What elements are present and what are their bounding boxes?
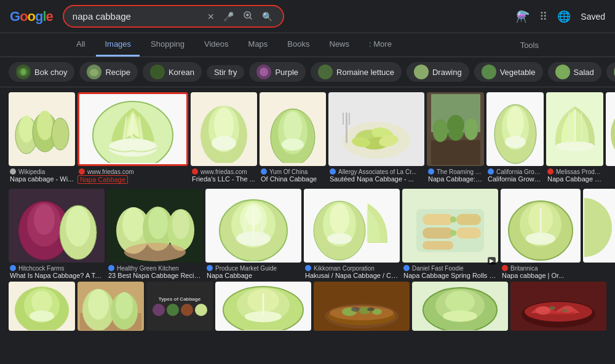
chip-bok-choy[interactable]: Bok choy [9, 62, 74, 82]
tools-button[interactable]: Tools [512, 34, 547, 56]
grid-item-britannica[interactable]: Britannica Napa cabbage | Or... [501, 189, 581, 279]
svg-point-83 [31, 291, 52, 313]
grid-item-r3-6[interactable] [510, 282, 606, 333]
chip-stir-fry[interactable]: Stir fry [207, 65, 245, 79]
source-dot [488, 168, 494, 175]
chip-salad[interactable]: Salad [548, 62, 601, 82]
voice-search-button[interactable]: 🎤 [221, 12, 236, 22]
source-line: www.friedas.com [77, 166, 188, 175]
tab-books[interactable]: Books [279, 33, 318, 57]
search-input[interactable]: napa cabbage [73, 11, 200, 22]
source-text: The Roaming Root Cellar [435, 167, 483, 175]
chip-salad-label: Salad [574, 68, 594, 77]
svg-point-4 [90, 69, 98, 76]
source-dot [10, 265, 16, 271]
clear-search-button[interactable]: ✕ [205, 12, 216, 22]
account-icon[interactable]: 🌐 [557, 10, 571, 23]
svg-point-84 [30, 311, 54, 322]
grid-item-kikkoman[interactable]: Kikkoman Corporation Hakusai / Napa Cabb… [304, 189, 400, 279]
apps-icon[interactable]: ⠿ [539, 10, 547, 23]
source-line: Britannica [501, 263, 581, 272]
svg-point-53 [122, 207, 145, 242]
source-text: Hitchcock Farms [17, 264, 65, 272]
svg-rect-29 [346, 113, 347, 125]
svg-point-10 [52, 118, 69, 150]
chip-drawing[interactable]: Drawing [407, 62, 469, 82]
tab-news[interactable]: News [321, 33, 359, 57]
source-text: Britannica [509, 264, 539, 272]
grid-item-melissas[interactable]: Melissas Produce Napa Cabbage — Melissa.… [546, 92, 603, 183]
source-text: Kikkoman Corporation [312, 264, 376, 272]
search-button[interactable]: 🔍 [260, 12, 274, 22]
grid-item-daniel-fast[interactable]: ▶ Daniel Fast Foodie Napa Cabbage Spring… [402, 189, 498, 279]
tab-shopping[interactable]: Shopping [142, 33, 193, 57]
source-line: Kikkoman Corporation [304, 263, 400, 272]
google-logo[interactable]: Google [10, 9, 53, 25]
saved-button[interactable]: Saved [581, 12, 605, 22]
chip-vegetable[interactable]: Vegetable [474, 62, 543, 82]
grid-item-partial-1[interactable] [606, 92, 615, 168]
source-line [510, 331, 606, 333]
tab-more[interactable]: : More [360, 33, 400, 57]
grid-item-allergy[interactable]: Allergy Associates of La Cr... Sautéed N… [328, 92, 424, 183]
grid-item-healthy-green[interactable]: Healthy Green Kitchen 23 Best Napa Cabba… [107, 189, 203, 279]
chip-korean[interactable]: Korean [143, 62, 202, 82]
grid-item-friedas2[interactable]: www.friedas.com Frieda's LLC - The ... [191, 92, 257, 183]
tab-images[interactable]: Images [96, 33, 140, 57]
item-title: Napa cabbage - Wi... [9, 175, 75, 183]
source-line [77, 331, 144, 333]
item-title: Napa Cabbage: A fun new twist | ... [427, 175, 484, 183]
source-text: www.friedas.com [199, 167, 248, 175]
lens-button[interactable] [240, 10, 255, 23]
tab-videos[interactable]: Videos [196, 33, 237, 57]
filter-chips: Bok choy Recipe Korean Stir fry Purple R… [0, 57, 615, 87]
search-bar: napa cabbage ✕ 🎤 🔍 [63, 5, 284, 28]
chip-japanese[interactable]: Japanese [606, 62, 615, 82]
grid-item-r3-0[interactable] [9, 282, 75, 333]
tab-maps[interactable]: Maps [240, 33, 277, 57]
source-text [413, 332, 416, 333]
grid-item-friedas-selected[interactable]: www.friedas.com Napa Cabbage [77, 92, 188, 186]
chip-korean-label: Korean [169, 68, 194, 77]
source-text [10, 332, 12, 333]
chip-recipe[interactable]: Recipe [79, 62, 137, 82]
svg-point-43 [505, 136, 526, 148]
grid-item-r3-4[interactable] [314, 282, 410, 333]
grid-item-california-grown[interactable]: California Grown California Grown Napa C… [486, 92, 544, 183]
svg-point-104 [445, 291, 475, 313]
item-title: Of China Cabbage [260, 175, 326, 183]
grid-item-hitchcock[interactable]: Hitchcock Farms What Is Napa Cabbage? A … [9, 189, 105, 279]
svg-rect-30 [349, 113, 350, 125]
svg-rect-72 [456, 214, 481, 225]
svg-point-45 [611, 105, 616, 164]
source-line [412, 331, 508, 333]
grid-item-partial-2[interactable] [583, 189, 615, 265]
svg-point-58 [124, 243, 186, 261]
svg-point-7 [19, 116, 34, 143]
chip-romaine[interactable]: Romaine lettuce [311, 62, 402, 82]
grid-item-roaming[interactable]: The Roaming Root Cellar Napa Cabbage: A … [427, 92, 484, 183]
tab-all[interactable]: All [68, 33, 93, 57]
grid-item-r3-3[interactable] [215, 282, 311, 333]
source-dot [547, 168, 554, 175]
header: Google napa cabbage ✕ 🎤 🔍 ⚗️ ⠿ 🌐 Saved [0, 0, 615, 33]
source-text: Produce Market Guide [214, 264, 278, 272]
svg-point-5 [260, 68, 268, 76]
item-title: California Grown Napa Cabbage [486, 175, 544, 183]
chip-purple[interactable]: Purple [249, 62, 306, 82]
grid-item-wikipedia[interactable]: Wikipedia Napa cabbage - Wi... [9, 92, 75, 183]
item-title: Napa Cabbage Spring Rolls - Danie... [402, 272, 498, 279]
labs-icon[interactable]: ⚗️ [516, 10, 530, 23]
grid-row-3: Types of Cabbage [9, 282, 606, 333]
grid-item-r3-5[interactable] [412, 282, 508, 333]
svg-point-66 [330, 204, 349, 234]
item-title: What Is Napa Cabbage? A Tas... [9, 272, 105, 279]
svg-point-1 [246, 14, 249, 17]
svg-point-100 [351, 307, 360, 312]
svg-point-37 [433, 119, 448, 136]
grid-item-r3-1[interactable] [77, 282, 144, 333]
grid-item-produce-market[interactable]: Produce Market Guide Napa Cabbage [205, 189, 301, 279]
grid-item-yum-of-china[interactable]: Yum Of China Of China Cabbage [260, 92, 326, 183]
grid-item-types-chart[interactable]: Types of Cabbage [146, 282, 213, 333]
source-line: Allergy Associates of La Cr... [328, 166, 424, 175]
